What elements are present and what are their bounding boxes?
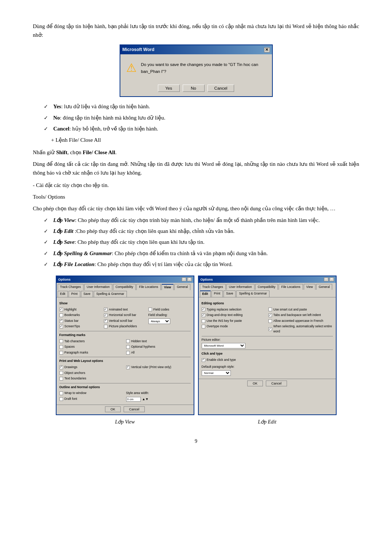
cb-hidden-text[interactable] — [126, 339, 130, 343]
outline-cols: Wrap to window Draft font Style area wid… — [59, 391, 191, 402]
edit-title-icons: ? ✕ — [324, 277, 334, 281]
view-ok-button[interactable]: OK — [105, 406, 121, 412]
cb-ins-paste[interactable] — [202, 319, 205, 323]
field-shading-select[interactable]: Always — [148, 319, 170, 324]
cb-obj-anchors[interactable] — [59, 371, 63, 375]
tools-options-desc: Cho phép chọn thay đổi các tùy chọn khi … — [33, 204, 359, 213]
cb-all[interactable] — [126, 351, 130, 355]
edit-tab-spelling[interactable]: Spelling & Grammar — [236, 290, 269, 297]
dialog-no-button[interactable]: No — [183, 85, 205, 92]
pw-col1: Drawings Object anchors Text boundaries — [59, 365, 124, 382]
cb-tab-chars[interactable] — [59, 339, 63, 343]
tab-user-info[interactable]: User Information — [84, 284, 112, 290]
checkmark-icon-2: ✓ — [44, 114, 48, 122]
options-edit-tabs: Track Changes User Information Compatibi… — [199, 283, 336, 297]
edit-tab-user[interactable]: User Information — [226, 284, 255, 290]
dialog-close-button[interactable]: ✕ — [264, 47, 270, 52]
cb-bookmarks[interactable] — [59, 313, 63, 317]
click-type-label: Click and type — [202, 351, 333, 356]
fm-col1: Tab characters Spaces Paragraph marks — [59, 339, 124, 356]
tab-view[interactable]: View — [162, 284, 174, 290]
tab-general[interactable]: General — [174, 284, 190, 290]
editing-options-label: Editing options — [202, 301, 333, 306]
cb-overtype[interactable] — [202, 325, 205, 328]
cb-para-marks[interactable] — [59, 351, 63, 355]
cb-fieldcodes[interactable] — [148, 308, 152, 311]
lop-save-label: Lớp Save — [53, 239, 75, 245]
cb-drawings[interactable] — [59, 366, 63, 369]
lop-fileloc-item: ✓ Lớp File Location: Cho phép chọn thay … — [44, 260, 359, 269]
lop-spelling-text: Lớp Spelling & Grammar: Cho phép chọn để… — [53, 249, 359, 258]
cb-smart-cut[interactable] — [268, 308, 272, 311]
cb-animated[interactable] — [104, 308, 108, 311]
picture-editor-select[interactable]: Microsoft Word — [202, 343, 245, 348]
cb-opt-hyphens[interactable] — [126, 345, 130, 349]
spin-icon[interactable]: ▲▼ — [142, 397, 149, 402]
edit-tab-edit[interactable]: Edit — [200, 290, 211, 297]
edit-cancel-button[interactable]: Cancel — [266, 381, 287, 386]
cb-typing-replaces[interactable] — [202, 308, 205, 311]
edit-ok-button[interactable]: OK — [247, 381, 263, 386]
ms-word-dialog: Microsoft Word ✕ ⚠ Do you want to save t… — [120, 44, 273, 97]
edit-help-icon[interactable]: ? — [324, 277, 329, 281]
default-para-select-row: Normal — [202, 370, 333, 376]
options-view-dialog: Options ? ✕ Track Changes User Informati… — [56, 276, 194, 416]
cb-wrap-window[interactable] — [59, 391, 63, 395]
pw-col2: Vertical ruler (Print view only) — [126, 365, 191, 382]
cb-uppercase-french[interactable] — [268, 319, 272, 323]
edit-tab-general[interactable]: General — [316, 284, 332, 290]
tab-edit[interactable]: Edit — [58, 291, 68, 297]
edit-tab-print[interactable]: Print — [211, 290, 223, 297]
cb-spaces[interactable] — [59, 345, 63, 349]
options-edit-title-text: Options — [201, 277, 213, 282]
tab-spelling[interactable]: Spelling & Grammar — [94, 291, 127, 297]
options-screenshots: Options ? ✕ Track Changes User Informati… — [33, 276, 359, 416]
close-icon[interactable]: ✕ — [187, 277, 192, 281]
dialog-yes-button[interactable]: Yes — [158, 85, 180, 92]
cb-pictureplaceholders[interactable] — [104, 325, 108, 328]
outline-normal-label: Outline and Normal options — [59, 385, 191, 390]
cb-drag-drop[interactable] — [202, 313, 205, 317]
edit-tab-save[interactable]: Save — [224, 290, 236, 297]
lop-spelling-label: Lớp Spelling & Grammar — [53, 250, 112, 256]
lop-save-item: ✓ Lớp Save: Cho phép thay đổi các tùy ch… — [44, 238, 359, 246]
cancel-item-text: Cancel: hủy bỏ lệnh, trở về tập tin hiện… — [53, 124, 359, 133]
tab-save[interactable]: Save — [81, 291, 93, 297]
tab-compatibility[interactable]: Compatibility — [113, 284, 136, 290]
edit-tab-fileloc[interactable]: File Locations — [279, 284, 303, 290]
help-icon[interactable]: ? — [182, 277, 186, 281]
default-para-select[interactable]: Normal — [202, 370, 231, 376]
cb-vruler[interactable] — [126, 366, 130, 369]
lop-fileloc-rest: : Cho phép chọn thay đổi vị trí làm việc… — [94, 261, 233, 267]
checklist-item-no: ✓ No: đóng tập tin hiện hành mà không lư… — [44, 113, 359, 122]
checkmark-fileloc: ✓ — [44, 261, 48, 269]
edit-tab-view[interactable]: View — [304, 284, 315, 290]
cb-hscroll[interactable] — [104, 313, 108, 317]
cb-enable-click-type[interactable] — [202, 358, 205, 362]
show-cols: Highlight Bookmarks Status bar ScreenTip… — [59, 307, 191, 330]
cb-draft-font[interactable] — [59, 397, 63, 401]
yes-rest: : lưu dữ liệu và đóng tập tin hiện hành. — [61, 104, 150, 109]
tab-print[interactable]: Print — [69, 291, 80, 297]
cb-statusbar[interactable] — [59, 319, 63, 323]
lop-spelling-rest: : Cho phép chọn để kiểm tra chính tả và … — [112, 250, 268, 256]
tab-track-changes[interactable]: Track Changes — [58, 284, 84, 290]
formatting-marks-label: Formatting marks — [59, 333, 191, 338]
cb-auto-select-word[interactable] — [268, 327, 272, 331]
edit-tab-track[interactable]: Track Changes — [200, 284, 226, 290]
cb-vscroll[interactable] — [104, 319, 108, 323]
cb-text-bound[interactable] — [59, 377, 63, 381]
tab-file-locations[interactable]: File Locations — [136, 284, 160, 290]
view-cancel-button[interactable]: Cancel — [124, 406, 145, 412]
options-view-body: Show Highlight Bookmarks Status bar Scre… — [57, 297, 194, 405]
edit-close-icon[interactable]: ✕ — [329, 277, 334, 281]
cb-highlight[interactable] — [59, 308, 63, 311]
edit-tab-compat[interactable]: Compatibility — [255, 284, 278, 290]
style-area-width-input[interactable] — [126, 397, 141, 402]
cb-tabs-backspace[interactable] — [268, 313, 272, 317]
dialog-cancel-button[interactable]: Cancel — [207, 85, 234, 92]
cb-screentips[interactable] — [59, 325, 63, 328]
yes-item-text: Yes: lưu dữ liệu và đóng tập tin hiện hà… — [53, 102, 359, 111]
on-col2: Style area width: ▲▼ — [126, 391, 191, 402]
on-col1: Wrap to window Draft font — [59, 391, 124, 402]
